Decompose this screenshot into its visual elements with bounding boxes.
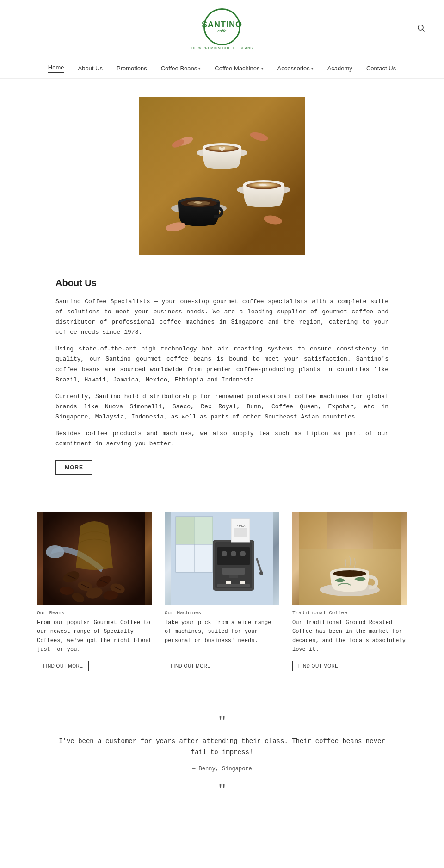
chevron-down-icon: ▾ [261, 66, 264, 71]
svg-point-51 [259, 571, 263, 575]
svg-rect-49 [229, 575, 238, 578]
quote-open: " [56, 713, 388, 731]
svg-rect-48 [222, 568, 245, 575]
logo-circle: SANTINO caffe [204, 8, 240, 45]
svg-rect-62 [299, 512, 327, 549]
hero-section [0, 79, 444, 269]
quote-close: " [56, 781, 388, 800]
search-icon [417, 24, 426, 32]
nav-item-home[interactable]: Home [48, 64, 64, 73]
svg-text:PRADA: PRADA [236, 525, 246, 527]
svg-rect-55 [234, 528, 247, 537]
svg-rect-52 [217, 584, 250, 587]
card-traditional-description: Our Traditional Ground Roasted Coffee ha… [292, 618, 407, 654]
nav-item-contact[interactable]: Contact Us [366, 65, 396, 72]
nav-item-academy[interactable]: Academy [327, 65, 352, 72]
header: SANTINO caffe 100% PREMIUM COFFEE BEANS [0, 0, 444, 58]
testimonial-quote: I've been a customer for years after att… [56, 736, 388, 758]
logo-caffe: caffe [217, 29, 227, 33]
card-machines-category: Our Machines [165, 610, 279, 616]
navigation: Home About Us Promotions Coffee Beans ▾ … [0, 58, 444, 79]
logo[interactable]: SANTINO caffe 100% PREMIUM COFFEE BEANS [191, 8, 253, 50]
svg-rect-40 [176, 517, 194, 544]
nav-item-accessories[interactable]: Accessories ▾ [278, 65, 314, 72]
about-paragraph-4: Besides coffee products and machines, we… [56, 429, 388, 449]
nav-item-about[interactable]: About Us [78, 65, 102, 72]
nav-item-coffee-beans[interactable]: Coffee Beans ▾ [161, 65, 201, 72]
logo-brand: SANTINO [202, 20, 242, 29]
testimonial-author: — Benny, Singapore [56, 766, 388, 772]
more-button[interactable]: MORE [56, 460, 92, 475]
about-paragraph-3: Currently, Santino hold distributorship … [56, 392, 388, 422]
about-paragraph-1: Santino Coffee Specialists — your one-st… [56, 297, 388, 337]
svg-rect-3 [139, 97, 305, 255]
about-title: About Us [56, 278, 388, 288]
testimonial-section: " I've been a customer for years after a… [0, 690, 444, 828]
card-beans-button[interactable]: FIND OUT MORE [37, 661, 89, 671]
about-section: About Us Santino Coffee Specialists — yo… [0, 269, 444, 493]
cards-section: Our Beans From our popular Gourmet Coffe… [0, 493, 444, 690]
card-traditional-button[interactable]: FIND OUT MORE [292, 661, 344, 671]
svg-point-47 [240, 551, 246, 556]
card-traditional: Traditional Coffee Our Traditional Groun… [292, 512, 407, 671]
card-traditional-image [292, 512, 407, 605]
svg-point-46 [231, 551, 236, 556]
card-machines-image: PRADA [165, 512, 279, 605]
card-beans-category: Our Beans [37, 610, 152, 616]
card-traditional-category: Traditional Coffee [292, 610, 407, 616]
svg-point-45 [222, 551, 227, 556]
search-button[interactable] [417, 24, 426, 34]
svg-line-1 [423, 29, 425, 31]
card-beans-description: From our popular Gourmet Coffee to our n… [37, 618, 152, 654]
card-beans-image [37, 512, 152, 605]
nav-item-promotions[interactable]: Promotions [117, 65, 147, 72]
chevron-down-icon: ▾ [311, 66, 314, 71]
about-paragraph-2: Using state-of-the-art high technology h… [56, 344, 388, 385]
svg-point-34 [46, 545, 64, 558]
hero-image [139, 97, 305, 255]
card-beans: Our Beans From our popular Gourmet Coffe… [37, 512, 152, 671]
card-machines: PRADA Our Machines Take your pick from a… [165, 512, 279, 671]
svg-point-61 [333, 570, 366, 577]
svg-rect-41 [194, 517, 213, 544]
nav-item-coffee-machines[interactable]: Coffee Machines ▾ [215, 65, 263, 72]
card-machines-description: Take your pick from a wide range of mach… [165, 618, 279, 654]
logo-subtitle: 100% PREMIUM COFFEE BEANS [191, 46, 253, 50]
svg-rect-63 [373, 512, 401, 549]
chevron-down-icon: ▾ [198, 66, 201, 71]
card-machines-button[interactable]: FIND OUT MORE [165, 661, 216, 671]
hero-svg [139, 97, 305, 255]
